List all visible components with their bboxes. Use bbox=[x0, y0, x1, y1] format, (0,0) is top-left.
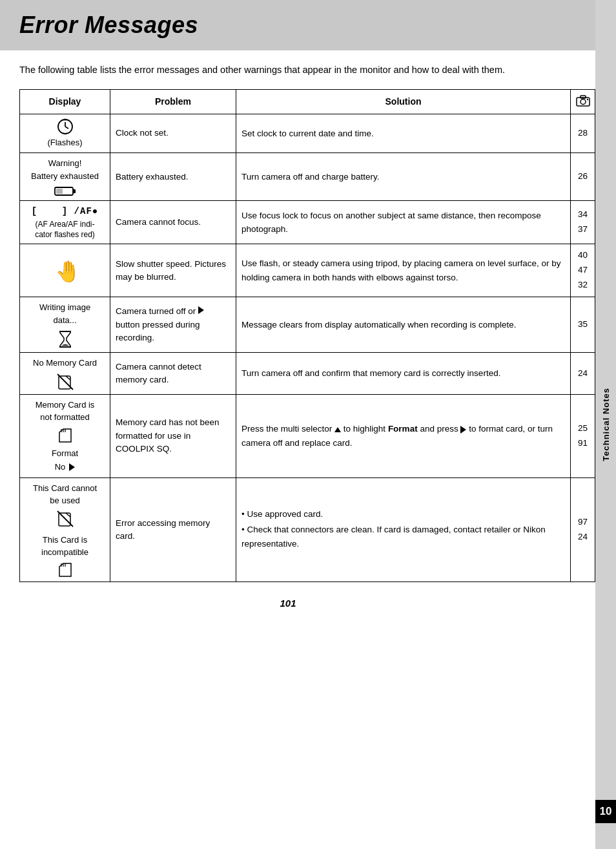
problem-cell-writing: Camera turned off or button pressed duri… bbox=[110, 297, 236, 353]
svg-point-7 bbox=[64, 118, 66, 120]
table-row: [ ] /AF● (AF Area/AF indi-cator flashes … bbox=[20, 201, 595, 244]
page-header: Error Messages bbox=[0, 0, 595, 50]
page-cell-shake: 404732 bbox=[571, 244, 595, 297]
battery-warning-text: Warning!Battery exhausted bbox=[31, 157, 99, 182]
battery-icon bbox=[54, 186, 76, 196]
solution-cell-writing: Message clears from display automaticall… bbox=[236, 297, 571, 353]
no-card-icon-2 bbox=[57, 510, 74, 527]
header-page-icon bbox=[571, 89, 595, 114]
clock-icon bbox=[57, 118, 74, 135]
nocard-text: No Memory Card bbox=[33, 357, 97, 370]
svg-point-1 bbox=[580, 99, 586, 104]
shake-display: 🤚 bbox=[25, 258, 105, 284]
error-table: Display Problem Solution bbox=[19, 89, 595, 582]
display-cell-battery: Warning!Battery exhausted bbox=[20, 153, 110, 201]
page-cell-incompatible: 9724 bbox=[571, 477, 595, 582]
up-arrow-icon bbox=[334, 427, 341, 432]
section-badge: 10 bbox=[595, 800, 616, 823]
table-row: Writing imagedata... Camera turned off o… bbox=[20, 297, 595, 353]
display-cell-writing: Writing imagedata... bbox=[20, 297, 110, 353]
table-row: This Card cannotbe used This Card isinco… bbox=[20, 477, 595, 582]
nocard-display: No Memory Card bbox=[25, 357, 105, 390]
table-row: Warning!Battery exhausted Battery exhaus… bbox=[20, 153, 595, 201]
intro-text: The following table lists the error mess… bbox=[0, 63, 595, 78]
page-cell-battery: 26 bbox=[571, 153, 595, 201]
page-cell-clock: 28 bbox=[571, 114, 595, 153]
solution-cell-af: Use focus lock to focus on another subje… bbox=[236, 201, 571, 244]
format-bold: Format bbox=[388, 424, 418, 434]
problem-cell-af: Camera cannot focus. bbox=[110, 201, 236, 244]
card-cannot-text: This Card cannotbe used bbox=[33, 482, 97, 507]
solution-cell-clock: Set clock to current date and time. bbox=[236, 114, 571, 153]
display-cell-af: [ ] /AF● (AF Area/AF indi-cator flashes … bbox=[20, 201, 110, 244]
table-row: 🤚 Slow shutter speed. Pictures may be bl… bbox=[20, 244, 595, 297]
page-cell-af: 3437 bbox=[571, 201, 595, 244]
af-display: [ ] /AF● (AF Area/AF indi-cator flashes … bbox=[25, 205, 105, 240]
writing-text: Writing imagedata... bbox=[39, 301, 90, 326]
svg-text:🤚: 🤚 bbox=[55, 259, 77, 284]
right-arrow-icon bbox=[460, 426, 466, 434]
battery-display: Warning!Battery exhausted bbox=[25, 157, 105, 196]
problem-cell-nocard: Camera cannot detect memory card. bbox=[110, 353, 236, 395]
problem-cell-incompatible: Error accessing memory card. bbox=[110, 477, 236, 582]
page-cell-writing: 35 bbox=[571, 297, 595, 353]
header-display: Display bbox=[20, 89, 110, 114]
writing-display: Writing imagedata... bbox=[25, 301, 105, 348]
page-cell-format: 2591 bbox=[571, 394, 595, 477]
display-cell-shake: 🤚 bbox=[20, 244, 110, 297]
svg-line-6 bbox=[65, 127, 68, 129]
format-label: Format bbox=[52, 447, 78, 460]
solution-cell-battery: Turn camera off and charge battery. bbox=[236, 153, 571, 201]
main-content: Error Messages The following table lists… bbox=[0, 0, 595, 849]
solution-cell-shake: Use flash, or steady camera using tripod… bbox=[236, 244, 571, 297]
problem-cell-clock: Clock not set. bbox=[110, 114, 236, 153]
no-card-icon bbox=[57, 373, 74, 390]
page-number-text: 101 bbox=[280, 598, 296, 609]
card-incompatible-text: This Card isincompatible bbox=[41, 534, 88, 559]
format-arrow-icon bbox=[69, 463, 75, 471]
page-title: Error Messages bbox=[19, 12, 576, 39]
page-number: 101 bbox=[0, 598, 595, 609]
display-cell-incompatible: This Card cannotbe used This Card isinco… bbox=[20, 477, 110, 582]
side-tab: Technical Notes 10 bbox=[595, 0, 616, 849]
page-wrapper: Error Messages The following table lists… bbox=[0, 0, 616, 849]
problem-cell-shake: Slow shutter speed. Pictures may be blur… bbox=[110, 244, 236, 297]
header-problem: Problem bbox=[110, 89, 236, 114]
svg-rect-10 bbox=[56, 189, 63, 194]
display-cell-clock: (Flashes) bbox=[20, 114, 110, 153]
format-display: Memory Card isnot formatted Format No bbox=[25, 399, 105, 474]
af-indicator-text: [ ] /AF● bbox=[32, 205, 98, 218]
camera-icon bbox=[576, 95, 590, 107]
sd-card-icon-2 bbox=[58, 562, 72, 578]
clock-label: (Flashes) bbox=[47, 136, 82, 149]
solution-cell-format: Press the multi selector to highlight Fo… bbox=[236, 394, 571, 477]
format-no-label: No bbox=[55, 461, 76, 474]
display-cell-format: Memory Card isnot formatted Format No bbox=[20, 394, 110, 477]
solution-cell-incompatible: • Use approved card. • Check that connec… bbox=[236, 477, 571, 582]
table-header-row: Display Problem Solution bbox=[20, 89, 595, 114]
display-cell-nocard: No Memory Card bbox=[20, 353, 110, 395]
solution-cell-nocard: Turn camera off and confirm that memory … bbox=[236, 353, 571, 395]
af-label: (AF Area/AF indi-cator flashes red) bbox=[35, 220, 95, 240]
svg-point-3 bbox=[586, 99, 588, 100]
camera-shake-icon: 🤚 bbox=[54, 258, 77, 284]
table-row: (Flashes) Clock not set. Set clock to cu… bbox=[20, 114, 595, 153]
svg-rect-9 bbox=[73, 189, 76, 193]
hourglass-icon bbox=[57, 330, 73, 348]
format-text: Memory Card isnot formatted bbox=[36, 399, 95, 424]
sd-card-icon bbox=[58, 428, 72, 443]
header-solution: Solution bbox=[236, 89, 571, 114]
clock-display: (Flashes) bbox=[25, 118, 105, 149]
solution-bullet-2: • Check that connectors are clean. If ca… bbox=[241, 523, 565, 550]
solution-bullet-1: • Use approved card. bbox=[241, 507, 565, 521]
problem-cell-battery: Battery exhausted. bbox=[110, 153, 236, 201]
table-row: Memory Card isnot formatted Format No bbox=[20, 394, 595, 477]
problem-cell-format: Memory card has not been formatted for u… bbox=[110, 394, 236, 477]
play-triangle-icon bbox=[198, 306, 204, 314]
page-cell-nocard: 24 bbox=[571, 353, 595, 395]
svg-rect-2 bbox=[580, 96, 586, 98]
table-row: No Memory Card Camera cannot detect memo… bbox=[20, 353, 595, 395]
side-tab-label: Technical Notes bbox=[601, 388, 611, 461]
incompatible-display: This Card cannotbe used This Card isinco… bbox=[25, 482, 105, 578]
